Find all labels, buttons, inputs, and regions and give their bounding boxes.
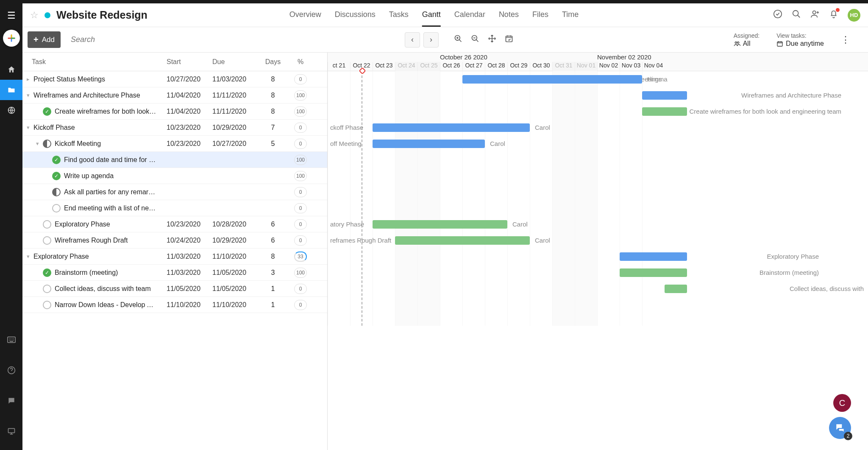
gantt-row: atory PhaseCarol <box>328 216 868 232</box>
star-icon[interactable]: ☆ <box>30 10 39 21</box>
check-circle-icon[interactable]: ✓ <box>52 156 61 164</box>
help-icon[interactable] <box>0 360 22 380</box>
search-input[interactable] <box>67 32 178 48</box>
task-row[interactable]: End meeting with a list of need...0 <box>22 200 327 216</box>
task-row[interactable]: Narrow Down Ideas - Develop Act...11/10/… <box>22 297 327 313</box>
half-circle-icon[interactable] <box>52 188 61 196</box>
tab-discussions[interactable]: Discussions <box>335 4 376 27</box>
folder-icon[interactable] <box>0 80 22 100</box>
chat-icon[interactable] <box>0 391 22 411</box>
day-label: Oct 30 <box>530 62 552 71</box>
task-start: 11/03/2020 <box>167 253 212 260</box>
circle-icon[interactable] <box>43 301 51 309</box>
gantt-row <box>328 184 868 200</box>
task-row[interactable]: Wireframes Rough Draft10/24/202010/29/20… <box>22 232 327 249</box>
gantt-row: Brainstorm (meeting) <box>328 265 868 281</box>
check-circle-icon[interactable]: ✓ <box>43 268 51 277</box>
circle-icon[interactable] <box>43 236 51 245</box>
task-row[interactable]: ✓Brainstorm (meeting)11/03/202011/05/202… <box>22 265 327 281</box>
check-circle-icon[interactable]: ✓ <box>52 172 61 180</box>
task-row[interactable]: ▾Exploratory Phase11/03/202011/10/202083… <box>22 249 327 265</box>
more-icon[interactable]: ⋮ <box>841 34 850 45</box>
task-due: 11/11/2020 <box>212 108 258 115</box>
today-icon[interactable] <box>505 34 513 45</box>
circle-icon[interactable] <box>52 204 61 212</box>
gantt-bar[interactable] <box>642 107 687 116</box>
circle-icon[interactable] <box>43 220 51 229</box>
monitor-icon[interactable] <box>0 421 22 442</box>
chevron-right-icon[interactable]: ▸ <box>22 76 33 82</box>
next-button[interactable]: › <box>423 32 439 48</box>
tab-time[interactable]: Time <box>562 4 579 27</box>
search-icon[interactable] <box>792 9 801 21</box>
task-row[interactable]: ▸Project Status Meetings10/27/202011/03/… <box>22 71 327 87</box>
chat-fab[interactable]: 2 <box>829 417 851 439</box>
col-pct[interactable]: % <box>288 58 313 66</box>
col-due[interactable]: Due <box>212 58 258 66</box>
chevron-down-icon[interactable]: ▾ <box>22 124 33 131</box>
assigned-value[interactable]: All <box>734 40 760 48</box>
add-user-icon[interactable] <box>810 9 820 21</box>
tab-calendar[interactable]: Calendar <box>454 4 485 27</box>
half-circle-icon[interactable] <box>43 140 51 148</box>
bar-assignee: Carol <box>535 124 550 131</box>
tab-overview[interactable]: Overview <box>289 4 321 27</box>
task-row[interactable]: ▾Kickoff Meeting10/23/202010/27/202050 <box>22 136 327 152</box>
task-start: 11/04/2020 <box>167 108 212 115</box>
task-row[interactable]: Ask all parties for any remarks...0 <box>22 184 327 200</box>
topbar: ☆ Website Redesign OverviewDiscussionsTa… <box>22 3 868 27</box>
task-row[interactable]: ▾Kickoff Phase10/23/202010/29/202070 <box>22 120 327 136</box>
viewtasks-value[interactable]: Due anytime <box>776 40 824 48</box>
keyboard-icon[interactable] <box>0 330 22 350</box>
task-row[interactable]: Collect ideas, discuss with team11/05/20… <box>22 281 327 297</box>
gantt-row <box>328 200 868 216</box>
avatar[interactable]: HD <box>848 9 860 22</box>
tab-tasks[interactable]: Tasks <box>389 4 409 27</box>
bar-assignee: Carol <box>512 221 528 228</box>
task-row[interactable]: ✓Find good date and time for all...100 <box>22 152 327 168</box>
gantt-bar[interactable] <box>462 75 642 84</box>
chevron-down-icon[interactable]: ▾ <box>22 253 33 260</box>
col-start[interactable]: Start <box>167 58 212 66</box>
check-circle-icon[interactable]: ✓ <box>43 107 51 116</box>
bell-icon[interactable] <box>829 9 838 21</box>
home-icon[interactable] <box>0 59 22 80</box>
task-due: 11/05/2020 <box>212 285 258 293</box>
task-row[interactable]: ▾Wireframes and Architecture Phase11/04/… <box>22 87 327 103</box>
task-row[interactable]: ✓Write up agenda100 <box>22 168 327 184</box>
gantt-bar[interactable] <box>373 220 507 229</box>
gantt-bar[interactable] <box>620 268 687 277</box>
chevron-down-icon[interactable]: ▾ <box>32 140 43 147</box>
bar-label: atory Phase <box>330 221 364 228</box>
new-button[interactable] <box>3 30 20 47</box>
circle-icon[interactable] <box>43 285 51 293</box>
gantt-bar[interactable] <box>642 91 687 100</box>
task-pct: 0 <box>294 203 307 213</box>
day-label: Oct 23 <box>373 62 395 71</box>
add-button[interactable]: +Add <box>28 31 61 48</box>
menu-icon[interactable]: ☰ <box>7 10 16 21</box>
globe-icon[interactable] <box>0 100 22 120</box>
zoom-out-icon[interactable] <box>471 34 479 45</box>
tab-notes[interactable]: Notes <box>499 4 519 27</box>
col-days[interactable]: Days <box>258 58 288 66</box>
gantt-bar[interactable] <box>665 285 687 293</box>
zoom-in-icon[interactable] <box>454 34 462 45</box>
tab-files[interactable]: Files <box>532 4 548 27</box>
task-pct: 100 <box>294 106 307 117</box>
gantt-bar[interactable] <box>620 252 687 261</box>
check-circle-icon[interactable] <box>773 9 782 21</box>
task-row[interactable]: ✓Create wireframes for both look a...11/… <box>22 103 327 120</box>
task-row[interactable]: Exploratory Phase10/23/202010/28/202060 <box>22 216 327 232</box>
gantt-bar[interactable] <box>395 236 530 245</box>
col-task[interactable]: Task <box>32 58 167 66</box>
gantt-bar[interactable] <box>373 123 530 132</box>
user-fab[interactable]: C <box>833 394 851 412</box>
tab-gantt[interactable]: Gantt <box>422 4 441 27</box>
move-icon[interactable] <box>488 34 496 45</box>
gantt-row <box>328 152 868 168</box>
task-due: 10/29/2020 <box>212 124 258 131</box>
chevron-down-icon[interactable]: ▾ <box>22 92 33 98</box>
gantt-bar[interactable] <box>373 140 485 148</box>
prev-button[interactable]: ‹ <box>405 32 420 48</box>
